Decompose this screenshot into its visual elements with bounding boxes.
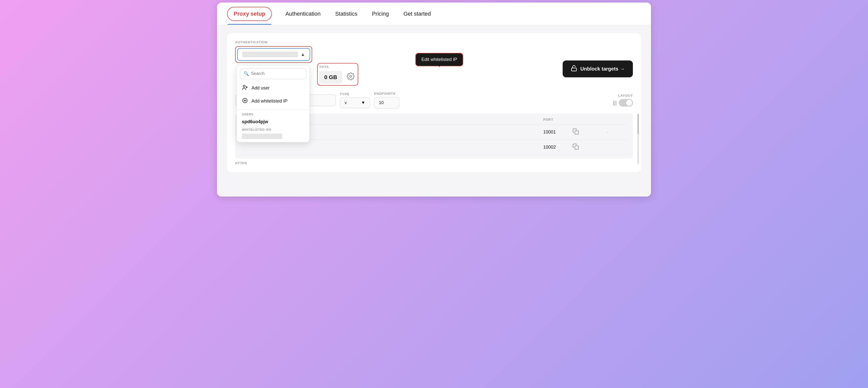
layout-toggle: ||| — [613, 99, 633, 107]
type-column-label: TYPE — [340, 92, 370, 96]
port-value-2: 10002 — [543, 145, 568, 150]
tab-authentication[interactable]: Authentication — [284, 2, 321, 25]
svg-rect-9 — [575, 146, 579, 149]
search-icon: 🔍 — [244, 71, 249, 76]
unblock-targets-button[interactable]: Unblock targets → — [563, 60, 633, 77]
total-label: TOTA — [319, 65, 329, 69]
scrollbar-thumb[interactable] — [638, 114, 639, 134]
lock-icon — [571, 65, 577, 73]
nav-bar: Proxy setup Authentication Statistics Pr… — [217, 2, 651, 25]
edit-whitelisted-ip-tooltip: Edit whitelisted IP — [415, 53, 463, 66]
tab-proxy-setup[interactable]: Proxy setup — [227, 7, 272, 21]
add-user-label: Add user — [251, 85, 270, 91]
dash-value-1: - — [607, 130, 627, 135]
whitelisted-ip-bar — [242, 133, 282, 139]
svg-point-0 — [243, 85, 245, 87]
svg-rect-7 — [572, 68, 577, 71]
chevron-up-icon: ▲ — [301, 52, 305, 57]
type-column: TYPE v ▼ — [340, 92, 370, 108]
gear-icon[interactable] — [345, 71, 356, 84]
users-section-label: USERS — [237, 111, 309, 117]
main-content: AUTHENTICATION ▲ 🔍 — [217, 25, 651, 197]
app-window: Proxy setup Authentication Statistics Pr… — [217, 2, 651, 197]
scrollbar-track[interactable] — [638, 114, 639, 164]
auth-label: AUTHENTICATION — [235, 40, 312, 44]
type-select[interactable]: v ▼ — [340, 97, 370, 108]
auth-dropdown[interactable]: ▲ — [237, 48, 310, 61]
total-value: 0 GB — [319, 71, 342, 84]
dropdown-divider — [237, 109, 309, 110]
layout-column-label: LAYOUT — [618, 94, 633, 97]
content-card: AUTHENTICATION ▲ 🔍 — [227, 33, 641, 172]
search-input[interactable] — [251, 71, 303, 76]
dropdown-search-container: 🔍 — [240, 68, 306, 79]
endpoints-column: ENDPOINTS — [374, 92, 399, 109]
tab-statistics[interactable]: Statistics — [334, 2, 358, 25]
layout-grid-icon: ||| — [613, 100, 617, 106]
add-whitelisted-icon — [242, 97, 248, 105]
auth-dropdown-wrapper: ▲ — [235, 46, 312, 63]
tab-pricing[interactable]: Pricing — [371, 2, 390, 25]
dropdown-menu: 🔍 Add user — [237, 65, 310, 142]
svg-rect-8 — [575, 131, 579, 134]
whitelisted-ips-label: WHITELISTED IPS — [237, 126, 309, 132]
port-col-label: PORT — [543, 118, 568, 121]
add-whitelisted-label: Add whitelisted IP — [251, 98, 287, 104]
layout-toggle-switch[interactable] — [619, 99, 633, 107]
https-label: HTTPS — [235, 161, 633, 165]
user-item-spd6uo4pjw[interactable]: spd6uo4pjw — [237, 117, 309, 126]
total-controls: 0 GB — [319, 71, 356, 84]
tab-get-started[interactable]: Get started — [403, 2, 432, 25]
add-user-icon — [242, 84, 248, 92]
card-header: AUTHENTICATION ▲ 🔍 — [235, 40, 633, 86]
chevron-down-icon: ▼ — [361, 100, 365, 105]
extra-col-header — [607, 118, 627, 121]
layout-column: LAYOUT ||| — [613, 94, 633, 107]
total-section: TOTA 0 GB — [317, 63, 358, 86]
endpoints-input[interactable] — [374, 97, 399, 109]
copy-col-header — [572, 118, 603, 121]
unblock-targets-label: Unblock targets → — [580, 66, 625, 72]
add-whitelisted-ip-item[interactable]: Add whitelisted IP — [237, 95, 309, 108]
auth-section: AUTHENTICATION ▲ 🔍 — [235, 40, 312, 63]
add-user-item[interactable]: Add user — [237, 82, 309, 95]
svg-point-6 — [350, 75, 352, 77]
copy-icon-2[interactable] — [572, 143, 603, 151]
endpoints-column-label: ENDPOINTS — [374, 92, 399, 95]
copy-icon-1[interactable] — [572, 128, 603, 136]
auth-dropdown-value — [242, 52, 298, 57]
port-value-1: 10001 — [543, 129, 568, 135]
